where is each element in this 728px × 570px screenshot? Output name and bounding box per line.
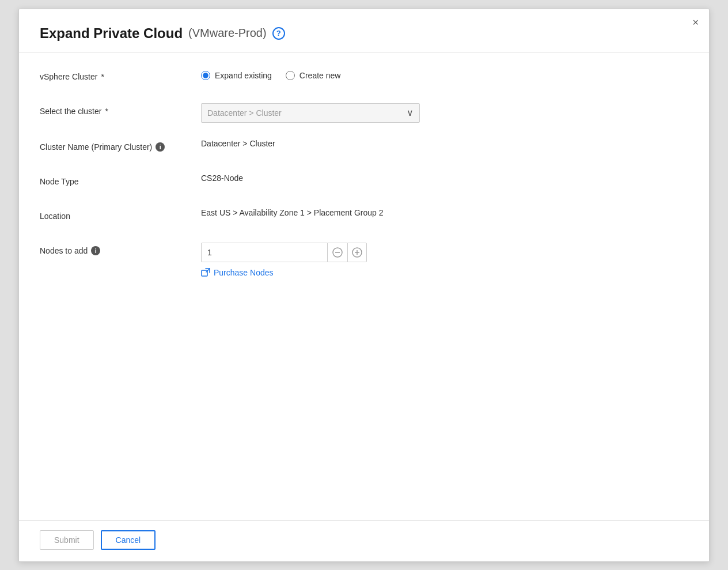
cluster-dropdown[interactable]: Datacenter > Cluster ∨ xyxy=(201,103,420,123)
cluster-name-label: Cluster Name (Primary Cluster) i xyxy=(40,139,201,152)
dialog-body: vSphere Cluster * Expand existing Create… xyxy=(19,52,709,520)
decrement-button[interactable] xyxy=(328,243,347,262)
dialog-footer: Submit Cancel xyxy=(19,520,709,561)
nodes-to-add-row: Nodes to add i xyxy=(40,243,688,277)
chevron-down-icon: ∨ xyxy=(407,107,414,118)
cluster-dropdown-placeholder: Datacenter > Cluster xyxy=(207,108,282,118)
plus-icon xyxy=(352,247,362,258)
node-type-label: Node Type xyxy=(40,173,201,186)
nodes-stepper xyxy=(201,243,374,262)
node-type-row: Node Type CS28-Node xyxy=(40,173,688,192)
vsphere-cluster-label: vSphere Cluster * xyxy=(40,69,201,81)
location-value: East US > Availability Zone 1 > Placemen… xyxy=(201,208,688,217)
expand-existing-label: Expand existing xyxy=(215,71,272,80)
expand-existing-radio-label[interactable]: Expand existing xyxy=(201,71,272,80)
subtitle-text: (VMware-Prod) xyxy=(188,27,267,40)
select-cluster-control: Datacenter > Cluster ∨ xyxy=(201,103,688,123)
vsphere-cluster-control: Expand existing Create new xyxy=(201,69,688,80)
expand-private-cloud-dialog: × Expand Private Cloud (VMware-Prod) ? v… xyxy=(18,9,710,562)
purchase-nodes-link[interactable]: Purchase Nodes xyxy=(201,268,688,277)
help-icon[interactable]: ? xyxy=(272,27,285,40)
submit-button[interactable]: Submit xyxy=(40,530,94,550)
location-label: Location xyxy=(40,208,201,221)
nodes-to-add-control: Purchase Nodes xyxy=(201,243,688,277)
dialog-header: Expand Private Cloud (VMware-Prod) ? xyxy=(19,9,709,52)
location-row: Location East US > Availability Zone 1 >… xyxy=(40,208,688,227)
select-cluster-row: Select the cluster * Datacenter > Cluste… xyxy=(40,103,688,123)
increment-button[interactable] xyxy=(347,243,367,262)
vsphere-cluster-row: vSphere Cluster * Expand existing Create… xyxy=(40,69,688,87)
create-new-radio[interactable] xyxy=(286,71,295,80)
dialog-title: Expand Private Cloud (VMware-Prod) ? xyxy=(40,25,688,41)
title-text: Expand Private Cloud xyxy=(40,25,183,41)
expand-existing-radio[interactable] xyxy=(201,71,210,80)
nodes-input[interactable] xyxy=(201,243,328,262)
close-button[interactable]: × xyxy=(692,17,699,28)
purchase-nodes-label: Purchase Nodes xyxy=(214,268,274,277)
nodes-to-add-info-icon[interactable]: i xyxy=(91,246,100,255)
cluster-name-value: Datacenter > Cluster xyxy=(201,139,688,148)
external-link-icon xyxy=(201,268,210,277)
cluster-name-row: Cluster Name (Primary Cluster) i Datacen… xyxy=(40,139,688,157)
cluster-name-info-icon[interactable]: i xyxy=(156,142,165,152)
minus-icon xyxy=(332,247,343,258)
node-type-value: CS28-Node xyxy=(201,173,688,183)
select-cluster-label: Select the cluster * xyxy=(40,103,201,116)
nodes-to-add-label: Nodes to add i xyxy=(40,243,201,255)
create-new-label: Create new xyxy=(299,71,341,80)
create-new-radio-label[interactable]: Create new xyxy=(286,71,341,80)
cancel-button[interactable]: Cancel xyxy=(101,530,156,550)
